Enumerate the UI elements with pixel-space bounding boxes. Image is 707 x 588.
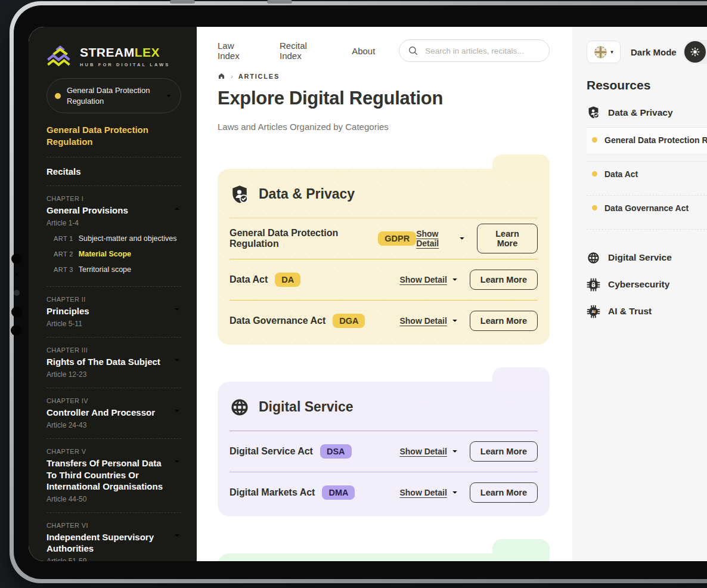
- chapter-label: CHAPTER III: [46, 346, 181, 354]
- nav-about[interactable]: About: [352, 46, 375, 56]
- chapter-item: CHAPTER II Principles Article 5-11: [46, 296, 181, 328]
- divider: [46, 388, 181, 388]
- chapter-item: CHAPTER I General Provisions Article 1-4…: [46, 195, 181, 277]
- resource-link[interactable]: General Data Protection Regulation: [587, 128, 707, 153]
- resource-section-title: Cybersecurity: [608, 279, 669, 290]
- top-navigation: Law Index Recital Index About: [218, 39, 550, 63]
- chapter-toggle[interactable]: Controller And Processor: [46, 407, 181, 418]
- chip-lock-icon: [587, 278, 600, 292]
- active-law-link[interactable]: General Data Protection Regulation: [46, 124, 181, 148]
- law-badge[interactable]: DA: [275, 273, 300, 287]
- article-link-active[interactable]: ART 2 Material Scope: [54, 246, 181, 262]
- caret-down-icon: ▾: [610, 49, 613, 55]
- article-title: Subject-matter and objectives: [79, 234, 177, 243]
- law-selector-dropdown[interactable]: General Data Protection Regulation: [46, 78, 181, 113]
- recitals-link[interactable]: Recitals: [46, 166, 181, 177]
- category-header: Data & Privacy: [230, 184, 538, 205]
- learn-more-button[interactable]: Learn More: [470, 311, 538, 331]
- bullet-dot: [592, 171, 597, 177]
- sun-icon[interactable]: [684, 41, 706, 63]
- chapter-toggle[interactable]: General Provisions: [46, 205, 181, 216]
- law-name: Data Governance Act: [230, 315, 325, 326]
- divider: [46, 438, 181, 439]
- resource-link-label: General Data Protection Regulation: [604, 135, 707, 146]
- law-row: Data Governance Act DGA Show Detail Lear…: [230, 301, 538, 341]
- article-link[interactable]: ART 1 Subject-matter and objectives: [54, 231, 181, 246]
- nav-law-index[interactable]: Law Index: [218, 41, 256, 61]
- resource-section-title: AI & Trust: [608, 306, 652, 317]
- resource-section-ai-trust[interactable]: AI & Trust: [587, 305, 707, 318]
- bezel-dot: [11, 325, 21, 336]
- category-card-data-privacy: Data & Privacy General Data Protection R…: [218, 169, 550, 345]
- law-row: Digital Service Act DSA Show Detail Lear…: [230, 431, 538, 472]
- bullet-dot: [592, 205, 597, 211]
- resource-link-label: Data Governance Act: [604, 203, 689, 214]
- search-box[interactable]: [399, 39, 550, 62]
- breadcrumb: › ARTICLES: [218, 72, 550, 80]
- learn-more-button[interactable]: Learn More: [470, 482, 538, 503]
- nav-recital-index[interactable]: Recital Index: [280, 41, 328, 61]
- law-name: Digital Service Act: [230, 446, 313, 457]
- category-title: Data & Privacy: [259, 186, 355, 202]
- chapter-toggle[interactable]: Principles: [46, 305, 181, 317]
- chapter-toggle[interactable]: Transfers Of Personal Data To Third Coun…: [46, 457, 181, 492]
- chevron-up-icon: [173, 205, 181, 213]
- law-badge[interactable]: DGA: [333, 314, 365, 328]
- learn-more-button[interactable]: Learn More: [470, 270, 538, 290]
- show-detail-button[interactable]: Show Detail: [399, 447, 458, 456]
- bezel-dot: [11, 307, 22, 317]
- law-row: General Data Protection Regulation GDPR …: [230, 218, 538, 259]
- chevron-down-icon: [173, 356, 181, 364]
- divider: [46, 512, 181, 513]
- streamlex-logo-icon: [46, 45, 74, 67]
- article-link[interactable]: ART 3 Territorial scope: [54, 262, 181, 277]
- chapter-title: Transfers Of Personal Data To Third Coun…: [46, 457, 168, 492]
- chevron-down-icon: [451, 276, 459, 284]
- language-selector[interactable]: ▾: [587, 41, 621, 63]
- learn-more-button[interactable]: Learn More: [470, 441, 538, 462]
- breadcrumb-separator: ›: [231, 73, 233, 80]
- show-detail-button[interactable]: Show Detail: [399, 275, 458, 284]
- resources-title: Resources: [587, 78, 707, 92]
- resource-section-data-privacy[interactable]: Data & Privacy: [587, 106, 707, 119]
- law-name: General Data Protection Regulation: [230, 228, 371, 249]
- main-content: Law Index Recital Index About › ARTICLES…: [197, 27, 572, 561]
- resource-link[interactable]: Data Governance Act: [587, 196, 707, 221]
- shield-person-icon: [587, 106, 600, 119]
- search-input[interactable]: [424, 46, 541, 56]
- resource-link-label: Data Act: [604, 169, 638, 180]
- law-badge[interactable]: GDPR: [378, 231, 416, 246]
- resource-link[interactable]: Data Act: [587, 162, 707, 187]
- resource-section-cybersecurity[interactable]: Cybersecurity: [587, 278, 707, 292]
- chapter-toggle[interactable]: Rights of The Data Subject: [46, 356, 181, 367]
- law-badge[interactable]: DMA: [322, 485, 355, 500]
- globe-icon: [587, 251, 600, 265]
- show-detail-button[interactable]: Show Detail: [399, 316, 458, 326]
- app-screen: STREAMLEX HUB FOR DIGITAL LAWS General D…: [29, 27, 707, 561]
- dark-mode-toggle[interactable]: [683, 40, 707, 64]
- resource-section-digital-service[interactable]: Digital Service: [587, 251, 707, 265]
- logo[interactable]: STREAMLEX HUB FOR DIGITAL LAWS: [46, 45, 181, 67]
- category-card-cybersecurity: Cybersecurity NIS 2 Directive NIS2 Show …: [218, 553, 550, 561]
- law-row: Digital Markets Act DMA Show Detail Lear…: [230, 472, 538, 513]
- sidebar-controls: ▾ Dark Mode: [587, 40, 707, 64]
- chapter-item: CHAPTER IV Controller And Processor Arti…: [46, 397, 181, 429]
- law-name: Digital Markets Act: [230, 487, 315, 498]
- law-name: Data Act: [230, 274, 268, 285]
- show-detail-button[interactable]: Show Detail: [399, 488, 458, 497]
- law-badge[interactable]: DSA: [320, 444, 352, 459]
- show-detail-button[interactable]: Show Detail: [416, 229, 466, 248]
- home-icon[interactable]: [218, 72, 225, 80]
- brand-name: STREAMLEX: [80, 45, 170, 60]
- chapter-label: CHAPTER II: [46, 296, 181, 303]
- bullet-dot: [592, 137, 597, 143]
- learn-more-button[interactable]: Learn More: [477, 224, 538, 253]
- chapter-toggle[interactable]: Independent Supervisory Authorities: [46, 531, 181, 554]
- article-number: ART 1: [54, 235, 73, 242]
- article-number: ART 2: [54, 250, 73, 258]
- chapter-title: Controller And Processor: [46, 407, 168, 418]
- tablet-volume-button: [170, 0, 195, 4]
- chapter-range: Article 12-23: [46, 370, 181, 379]
- law-selector-value: General Data Protection Regulation: [67, 85, 159, 106]
- brand-tagline: HUB FOR DIGITAL LAWS: [80, 62, 170, 67]
